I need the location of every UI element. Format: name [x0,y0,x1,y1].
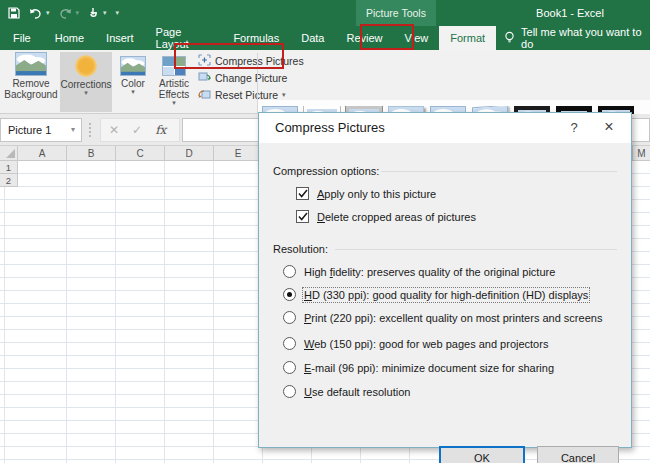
cancel-button[interactable]: Cancel [537,446,619,463]
change-picture-label: Change Picture [215,72,287,84]
tab-home[interactable]: Home [44,26,95,50]
touch-mode-icon[interactable] [88,7,99,19]
radio-icon [283,385,296,398]
formula-bar-buttons: ✕ ✓ fx [100,118,180,142]
tell-me-box[interactable]: Tell me what you want to do [496,26,650,50]
radio-icon [283,265,296,278]
radio-label: Use default resolution [304,386,410,398]
reset-picture-dropdown-icon: ▾ [282,92,286,98]
remove-background-button[interactable]: Remove Background [4,52,58,112]
artistic-effects-dropdown-icon: ▾ [172,100,176,106]
contextual-tab-header: Picture Tools [356,0,436,26]
dialog-title-bar: Compress Pictures ? × [259,113,631,143]
radio-print-220ppi[interactable]: Print (220 ppi): excellent quality on mo… [283,311,602,324]
redo-dropdown-icon[interactable]: ▾ [76,9,80,17]
color-dropdown-icon: ▾ [131,89,135,95]
section-line [381,171,617,172]
annotation-box-compress-pictures [174,43,284,69]
column-header-d[interactable]: D [165,146,214,160]
column-header-b[interactable]: B [67,146,116,160]
corrections-button[interactable]: Corrections ▾ [60,52,112,112]
reset-picture-icon [198,88,211,102]
annotation-box-format-tab [360,24,414,50]
corrections-dropdown-icon: ▾ [84,90,88,96]
checkbox-label: Delete cropped areas of pictures [317,211,476,223]
column-header-m[interactable]: M [632,146,650,161]
radio-email-96ppi[interactable]: E-mail (96 ppi): minimize document size … [283,361,554,374]
lightbulb-icon [504,31,515,46]
color-icon [120,56,146,76]
column-header-a[interactable]: A [18,146,67,160]
remove-background-label: Remove Background [4,78,58,100]
artistic-effects-label: Artistic Effects [152,78,196,100]
remove-background-icon [15,52,47,76]
excel-window: ▾ ▾ ▾ ▾ Picture Tools Book1 - Excel File… [0,0,650,463]
compression-options-label: Compression options: [273,165,379,177]
corrections-sun-icon [75,55,97,77]
cancel-entry-icon[interactable]: ✕ [109,123,119,137]
radio-selected-icon [283,288,296,301]
tab-format[interactable]: Format [439,26,496,50]
column-header-e[interactable]: E [214,146,263,160]
tell-me-label: Tell me what you want to do [521,26,642,50]
radio-label: E-mail (96 ppi): minimize document size … [304,362,554,374]
ribbon: Remove Background Corrections ▾ Color ▾ … [0,50,650,114]
save-icon[interactable] [8,7,20,19]
name-box-dropdown-icon[interactable]: ▾ [71,119,75,141]
radio-use-default-resolution[interactable]: Use default resolution [283,385,410,398]
dialog-title: Compress Pictures [275,113,385,143]
redo-icon[interactable] [59,8,72,19]
customize-qat-icon[interactable]: ▾ [116,9,120,17]
ribbon-tab-row: File Home Insert Page Layout Formulas Da… [0,26,650,50]
checkbox-delete-cropped-areas[interactable]: Delete cropped areas of pictures [296,210,476,223]
tab-data[interactable]: Data [290,26,335,50]
change-picture-icon [198,71,211,85]
radio-label: High fidelity: preserves quality of the … [304,266,555,278]
radio-web-150ppi[interactable]: Web (150 ppi): good for web pages and pr… [283,337,548,350]
color-button[interactable]: Color ▾ [114,52,152,112]
section-line [335,249,617,250]
radio-icon [283,337,296,350]
radio-label: Web (150 ppi): good for web pages and pr… [304,338,548,350]
column-header-c[interactable]: C [116,146,165,160]
undo-dropdown-icon[interactable]: ▾ [46,9,50,17]
confirm-entry-icon[interactable]: ✓ [132,123,142,137]
checkbox-label: Apply only to this picture [317,188,436,200]
dialog-close-icon[interactable]: × [595,113,623,141]
row-header-1[interactable]: 1 [0,161,18,174]
row-header-2[interactable]: 2 [0,174,18,187]
tab-file[interactable]: File [0,26,44,50]
select-all-corner[interactable] [0,146,18,160]
dialog-help-button[interactable]: ? [561,113,587,143]
tab-insert[interactable]: Insert [95,26,145,50]
compress-pictures-dialog: Compress Pictures ? × Compression option… [258,112,632,448]
touch-mode-dropdown-icon[interactable]: ▾ [103,9,107,17]
checkbox-icon [296,210,309,223]
name-box[interactable]: Picture 1 ▾ [0,118,82,142]
window-title: Book1 - Excel [470,0,650,26]
name-box-value: Picture 1 [8,124,51,136]
undo-icon[interactable] [29,8,42,19]
quick-access-toolbar: ▾ ▾ ▾ ▾ [8,0,119,26]
radio-high-fidelity[interactable]: High fidelity: preserves quality of the … [283,265,555,278]
formula-bar-splitter[interactable] [89,123,91,137]
resolution-label: Resolution: [273,243,328,255]
radio-label: HD (330 ppi): good quality for high-defi… [304,289,588,301]
change-picture-button[interactable]: Change Picture [198,71,304,85]
radio-icon [283,311,296,324]
radio-hd-330ppi[interactable]: HD (330 ppi): good quality for high-defi… [283,288,588,301]
checkbox-apply-only-this-picture[interactable]: Apply only to this picture [296,187,436,200]
radio-label: Print (220 ppi): excellent quality on mo… [304,312,602,324]
insert-function-icon[interactable]: fx [155,123,166,137]
ok-button[interactable]: OK [439,446,525,463]
title-bar: ▾ ▾ ▾ ▾ Picture Tools Book1 - Excel [0,0,650,26]
checkbox-icon [296,187,309,200]
radio-icon [283,361,296,374]
